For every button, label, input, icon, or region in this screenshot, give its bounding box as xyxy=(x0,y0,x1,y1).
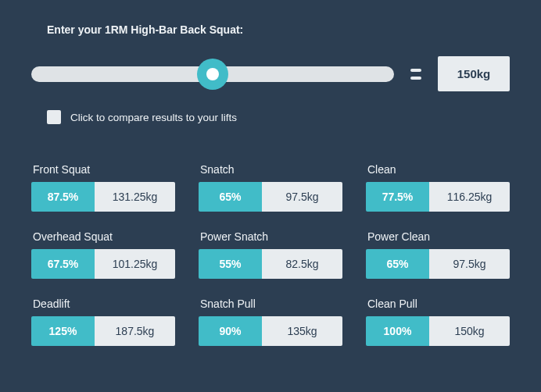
lift-weight: 187.5kg xyxy=(95,316,175,346)
lift-bar: 77.5% 116.25kg xyxy=(366,182,510,212)
lift-weight: 82.5kg xyxy=(262,249,342,279)
lift-name: Power Clean xyxy=(366,230,510,243)
lift-weight: 135kg xyxy=(262,316,342,346)
lift-percent: 125% xyxy=(31,316,95,346)
lift-name: Deadlift xyxy=(31,298,175,310)
lift-percent: 65% xyxy=(366,249,429,279)
lift-card: Deadlift 125% 187.5kg xyxy=(31,298,175,346)
lift-card: Snatch 65% 97.5kg xyxy=(199,163,342,212)
slider-thumb[interactable] xyxy=(197,59,228,90)
lift-name: Front Squat xyxy=(31,163,175,176)
lift-card: Clean 77.5% 116.25kg xyxy=(366,163,510,212)
lift-percent: 100% xyxy=(366,316,429,346)
equals-icon xyxy=(408,69,424,80)
lift-weight: 150kg xyxy=(429,316,510,346)
lift-bar: 87.5% 131.25kg xyxy=(31,182,175,212)
lift-card: Clean Pull 100% 150kg xyxy=(366,298,510,346)
lift-name: Overhead Squat xyxy=(31,230,175,243)
lift-bar: 65% 97.5kg xyxy=(366,249,510,279)
lift-bar: 65% 97.5kg xyxy=(199,182,342,212)
lift-percent: 55% xyxy=(199,249,262,279)
lift-bar: 100% 150kg xyxy=(366,316,510,346)
lift-card: Power Snatch 55% 82.5kg xyxy=(199,230,342,279)
lift-bar: 90% 135kg xyxy=(199,316,342,346)
lift-bar: 125% 187.5kg xyxy=(31,316,175,346)
lift-bar: 67.5% 101.25kg xyxy=(31,249,175,279)
lift-card: Power Clean 65% 97.5kg xyxy=(366,230,510,279)
lift-percent: 67.5% xyxy=(31,249,95,279)
lift-percent: 77.5% xyxy=(366,182,429,212)
lift-card: Front Squat 87.5% 131.25kg xyxy=(31,163,175,212)
lift-name: Clean xyxy=(366,163,510,176)
input-prompt: Enter your 1RM High-Bar Back Squat: xyxy=(47,23,510,36)
lift-percent: 90% xyxy=(199,316,262,346)
compare-row: Click to compare results to your lifts xyxy=(47,110,510,124)
lift-grid: Front Squat 87.5% 131.25kg Snatch 65% 97… xyxy=(31,163,510,346)
lift-name: Snatch xyxy=(199,163,342,176)
lift-percent: 87.5% xyxy=(31,182,95,212)
lift-percent: 65% xyxy=(199,182,262,212)
slider-row: 150kg xyxy=(31,56,510,91)
lift-card: Overhead Squat 67.5% 101.25kg xyxy=(31,230,175,279)
lift-bar: 55% 82.5kg xyxy=(199,249,342,279)
onerm-slider[interactable] xyxy=(31,66,394,82)
onerm-value[interactable]: 150kg xyxy=(438,56,510,91)
lift-card: Snatch Pull 90% 135kg xyxy=(199,298,342,346)
lift-name: Clean Pull xyxy=(366,298,510,310)
lift-name: Snatch Pull xyxy=(199,298,342,310)
lift-weight: 101.25kg xyxy=(95,249,175,279)
compare-checkbox[interactable] xyxy=(47,110,61,124)
lift-weight: 97.5kg xyxy=(262,182,342,212)
compare-label: Click to compare results to your lifts xyxy=(70,112,237,123)
lift-weight: 97.5kg xyxy=(429,249,510,279)
lift-name: Power Snatch xyxy=(199,230,342,243)
lift-weight: 116.25kg xyxy=(429,182,510,212)
lift-weight: 131.25kg xyxy=(95,182,175,212)
